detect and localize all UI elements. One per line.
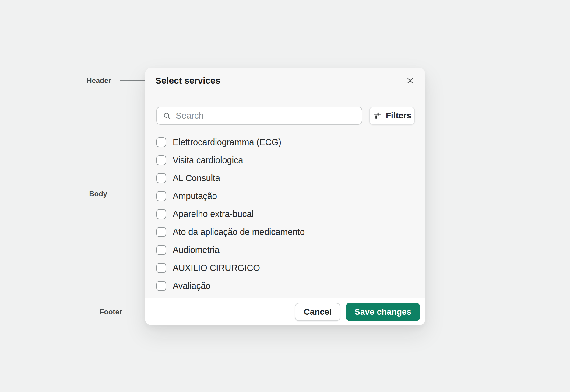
service-row[interactable]: Aparelho extra-bucal xyxy=(156,205,415,223)
search-icon xyxy=(163,112,171,120)
search-field[interactable] xyxy=(156,107,362,125)
cancel-button[interactable]: Cancel xyxy=(295,303,340,321)
service-label: Audiometria xyxy=(173,245,220,255)
annotation-body-label: Body xyxy=(89,189,107,199)
service-label: AUXILIO CIRURGICO xyxy=(173,263,260,273)
service-checkbox[interactable] xyxy=(156,263,166,273)
modal-header: Select services xyxy=(145,68,425,94)
service-checkbox[interactable] xyxy=(156,227,166,237)
service-row[interactable]: AUXILIO CIRURGICO xyxy=(156,259,415,277)
save-changes-button[interactable]: Save changes xyxy=(346,303,420,321)
service-label: AL Consulta xyxy=(173,173,220,183)
annotation-footer-label: Footer xyxy=(100,307,122,317)
page: Header Body Footer Select services xyxy=(0,0,570,392)
filters-button[interactable]: Filters xyxy=(369,107,415,125)
service-row[interactable]: Visita cardiologica xyxy=(156,151,415,169)
service-checkbox[interactable] xyxy=(156,155,166,165)
modal-title: Select services xyxy=(155,75,220,86)
annotation-header-line xyxy=(120,80,146,81)
service-label: Aparelho extra-bucal xyxy=(173,209,254,219)
service-label: Ato da aplicação de medicamento xyxy=(173,227,305,237)
filters-icon xyxy=(373,111,382,120)
service-checkbox[interactable] xyxy=(156,173,166,183)
service-checkbox[interactable] xyxy=(156,191,166,201)
annotation-body-line xyxy=(113,194,145,194)
close-button[interactable] xyxy=(403,73,417,88)
service-label: Visita cardiologica xyxy=(173,155,243,165)
annotation-header-label: Header xyxy=(86,75,111,86)
service-label: Amputação xyxy=(173,191,217,201)
close-icon xyxy=(406,76,415,85)
service-label: Avaliação xyxy=(173,281,210,291)
service-label: Elettrocardiogramma (ECG) xyxy=(173,137,281,147)
service-row[interactable]: Audiometria xyxy=(156,241,415,259)
service-checkbox[interactable] xyxy=(156,281,166,291)
search-input[interactable] xyxy=(176,111,356,121)
modal-body: Filters Elettrocardiogramma (ECG) Visita… xyxy=(145,94,425,298)
modal-footer: Cancel Save changes xyxy=(145,298,425,325)
filters-button-label: Filters xyxy=(386,111,411,121)
service-checkbox[interactable] xyxy=(156,245,166,255)
service-checkbox[interactable] xyxy=(156,209,166,219)
service-row[interactable]: Avaliação xyxy=(156,277,415,295)
service-row[interactable]: Elettrocardiogramma (ECG) xyxy=(156,133,415,151)
service-row[interactable]: Amputação xyxy=(156,187,415,205)
service-checkbox[interactable] xyxy=(156,137,166,147)
service-list: Elettrocardiogramma (ECG) Visita cardiol… xyxy=(156,133,415,295)
service-row[interactable]: Ato da aplicação de medicamento xyxy=(156,223,415,241)
service-row[interactable]: AL Consulta xyxy=(156,169,415,187)
controls-row: Filters xyxy=(156,107,415,125)
select-services-modal: Select services xyxy=(145,68,425,325)
